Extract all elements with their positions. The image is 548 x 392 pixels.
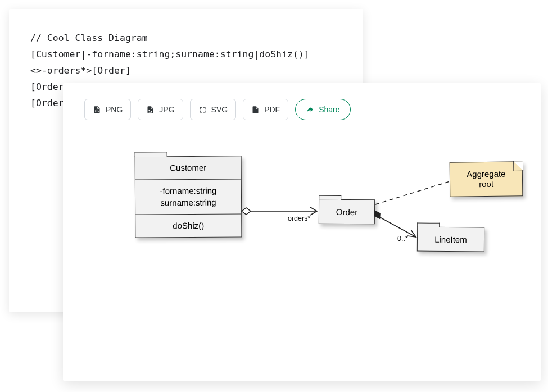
note-line: root	[479, 179, 493, 189]
edge-label-orders: orders*	[288, 215, 310, 222]
diagram-panel: PNG JPG SVG PDF Share Customer -forname:…	[63, 83, 541, 381]
svg-line-4	[375, 181, 450, 204]
edge-order-note	[375, 181, 450, 204]
class-attr: surname:string	[160, 197, 216, 207]
node-customer[interactable]: Customer -forname:string surname:string …	[135, 156, 242, 238]
svg-line-2	[375, 215, 416, 237]
note-line: Aggregate	[467, 169, 505, 179]
class-name: Order	[336, 207, 357, 216]
diagram-stage: Customer -forname:string surname:string …	[63, 83, 541, 381]
class-op: doShiz()	[173, 221, 204, 230]
node-lineitem[interactable]: LineItem	[417, 227, 484, 252]
edge-customer-order	[242, 207, 317, 215]
node-order[interactable]: Order	[319, 199, 375, 225]
node-aggregate-root-note[interactable]: Aggregate root	[450, 161, 523, 197]
edge-label-zero-many: 0..*	[397, 235, 408, 243]
class-attr: -forname:string	[160, 186, 216, 196]
class-name: Customer	[170, 163, 206, 172]
edge-order-lineitem	[372, 211, 416, 237]
class-name: LineItem	[434, 234, 467, 244]
svg-marker-1	[242, 208, 251, 215]
